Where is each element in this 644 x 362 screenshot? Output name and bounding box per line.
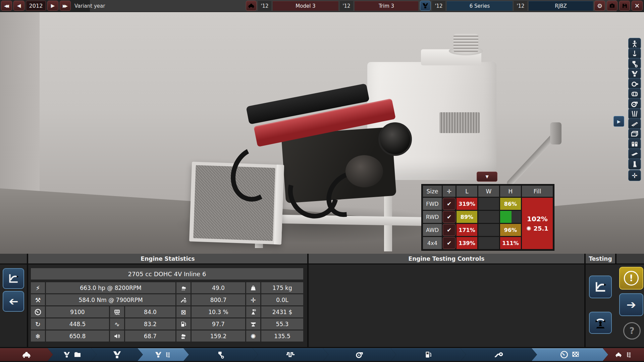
manual-control-button[interactable] [589, 312, 612, 334]
footprint-icon: ✛ [246, 294, 260, 305]
fourxfour-height-cell: 111% [500, 237, 521, 249]
back-arrow-icon: ➔ [9, 295, 18, 308]
dyno-curves-button[interactable] [589, 276, 612, 298]
row-label-rwd: RWD [423, 211, 442, 223]
dyno-intake-cylinder [453, 34, 478, 53]
service-cost-value: 800.7 [192, 294, 245, 305]
awd-checkbox[interactable]: ✔ [443, 224, 455, 236]
tab-fuel-system[interactable] [391, 348, 466, 361]
engine-tool[interactable] [628, 68, 641, 79]
tab-bottom-end[interactable] [183, 348, 258, 361]
tab-engine-testing[interactable] [532, 348, 608, 361]
car-icon [19, 350, 34, 360]
fill-header: Fill [522, 186, 553, 197]
screenshot-button[interactable] [607, 1, 618, 11]
fourxfour-width-cell [478, 237, 499, 249]
tree-icon [165, 351, 172, 358]
floor-panel-tool[interactable] [628, 148, 641, 160]
rwd-height-cell [500, 211, 521, 223]
engine-fill-cell: 102% ✺ 25.1 [522, 198, 553, 249]
engine-icon [631, 70, 639, 78]
check-icon: ✔ [447, 227, 451, 233]
model-year-badge: '12 [258, 1, 271, 11]
valvetrain-tool[interactable] [628, 48, 641, 59]
engine-family-button[interactable]: 6 Series [447, 1, 513, 11]
graph-curve-icon [7, 273, 19, 285]
torque-value: 584.0 Nm @ 7900RPM [46, 294, 175, 305]
tab-aspiration[interactable] [323, 348, 396, 361]
responsiveness-value: 448.5 [46, 318, 109, 329]
exhaust-header-tool[interactable] [628, 108, 641, 119]
loudness-icon [110, 330, 124, 342]
engine-block-tool[interactable] [628, 128, 641, 139]
catalytic-converter-tool[interactable] [628, 118, 641, 129]
drivetrain-fit-table: Size ✛ L W H Fill FWD ✔ 319% 86% 102% ✺ … [421, 184, 554, 251]
intake-tool[interactable] [628, 88, 641, 99]
dyno-graph-button[interactable] [3, 268, 24, 289]
tab-car-variants[interactable] [603, 348, 644, 361]
downpipe-tool[interactable] [628, 159, 641, 170]
close-icon: ✕ [635, 2, 640, 9]
first-year-icon: ◀◀ [4, 3, 9, 8]
fill-gear-value: ✺ 25.1 [526, 225, 548, 232]
question-icon: ? [629, 326, 634, 336]
engine-summary-name: 2705 cc DOHC 4V Inline 6 [31, 268, 303, 280]
piston-conrod-icon [216, 350, 225, 359]
turbocharger-3d [345, 155, 383, 187]
tab-engine-manager[interactable] [48, 348, 97, 361]
prev-year-button[interactable]: ◀ [13, 1, 24, 11]
radiator-icon [110, 306, 124, 317]
engine-testing-controls-header: Engine Testing Controls [309, 254, 584, 263]
checkered-flag-icon [571, 350, 580, 359]
trim-year-badge: '12 [340, 1, 353, 11]
fourxfour-length-cell: 139% [457, 237, 477, 249]
automation-engine-designer: ◀◀ ◀ 2012 ▶ ▶▶ Variant year '12 Model 3 … [0, 0, 644, 362]
save-button[interactable] [619, 1, 630, 11]
mufflers-tool[interactable] [628, 138, 641, 149]
tab-engine-variant[interactable] [138, 348, 189, 361]
responsiveness-icon: ↻ [31, 318, 45, 329]
warnings-button[interactable]: ! [619, 267, 643, 290]
car-model-button[interactable] [246, 1, 257, 11]
size-header: Size [423, 186, 442, 197]
variant-year-value: 2012 [26, 1, 46, 11]
fwd-checkbox[interactable]: ✔ [443, 198, 455, 210]
length-header: L [457, 186, 477, 197]
first-year-button[interactable]: ◀◀ [1, 1, 12, 11]
power-value: 663.0 hp @ 8200RPM [46, 282, 175, 293]
lever-icon [594, 316, 607, 329]
material-cost-icon [246, 306, 260, 317]
tab-engine-designer[interactable] [91, 348, 143, 361]
last-year-button[interactable]: ▶▶ [60, 1, 71, 11]
piston-tool[interactable] [628, 58, 641, 69]
tab-crankshaft[interactable] [253, 348, 328, 361]
air-filter-tool[interactable] [628, 78, 641, 89]
back-button[interactable]: ➔ [3, 291, 24, 312]
exhaust-icon [494, 350, 503, 359]
check-icon: ✔ [447, 200, 451, 207]
settings-button[interactable]: ⚙ [594, 1, 605, 11]
run-test-button[interactable]: ➔ [619, 293, 643, 316]
tab-car-design[interactable] [0, 348, 53, 361]
graph-curve-icon [594, 280, 607, 294]
bottom-panel: Engine Statistics Engine Testing Control… [0, 254, 644, 347]
engine-button[interactable] [420, 1, 431, 11]
engine-variant-button[interactable]: RJBZ [529, 1, 593, 11]
turbocharger-tool[interactable] [628, 98, 641, 109]
move-icon: ✛ [447, 188, 451, 195]
model-name-button[interactable]: Model 3 [273, 1, 338, 11]
tab-exhaust[interactable] [461, 348, 537, 361]
scale-person-tool[interactable] [628, 38, 641, 49]
close-button[interactable]: ✕ [632, 1, 643, 11]
move-tool[interactable]: ✛ [628, 170, 641, 181]
rwd-checkbox[interactable]: ✔ [443, 211, 455, 223]
trim-name-button[interactable]: Trim 3 [355, 1, 418, 11]
top-bar: ◀◀ ◀ 2012 ▶ ▶▶ Variant year '12 Model 3 … [0, 0, 644, 12]
fourxfour-checkbox[interactable]: ✔ [443, 237, 455, 249]
help-button[interactable]: ? [623, 322, 641, 340]
testing-header: Testing [586, 254, 615, 263]
next-year-button[interactable]: ▶ [47, 1, 58, 11]
size-table-collapse-button[interactable]: ▼ [477, 172, 497, 182]
triangle-down-icon: ▼ [485, 174, 488, 179]
sidebar-expand-button[interactable]: ▶ [613, 116, 624, 127]
